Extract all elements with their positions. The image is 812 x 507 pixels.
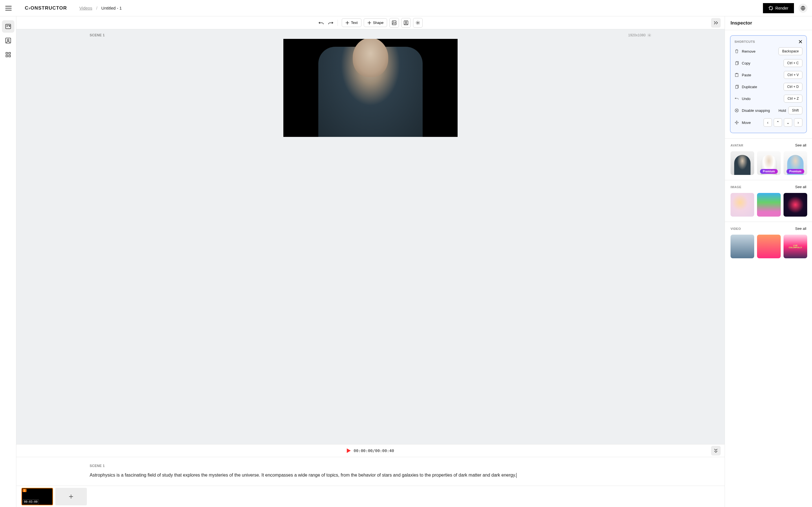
divider xyxy=(338,20,338,26)
video-thumb-text: LIVE COLORFULLY xyxy=(789,244,802,248)
image-icon xyxy=(392,20,396,25)
shape-label: Shape xyxy=(373,20,384,25)
image-see-all[interactable]: See all xyxy=(795,185,806,189)
video-thumb-2[interactable] xyxy=(757,235,781,258)
script-textarea[interactable]: Astrophysics is a fascinating field of s… xyxy=(90,472,651,479)
video-thumb-1[interactable] xyxy=(730,235,754,258)
breadcrumb-parent[interactable]: Videos xyxy=(80,6,93,10)
globe-icon xyxy=(801,6,805,10)
play-button[interactable] xyxy=(347,448,351,453)
text-label: Text xyxy=(351,20,358,25)
copy-icon xyxy=(734,61,739,65)
snap-icon xyxy=(734,108,739,113)
arrow-right-key[interactable]: › xyxy=(794,118,802,127)
avatar-section-title: AVATAR xyxy=(730,144,744,147)
shortcut-snap-label: Disable snapping xyxy=(742,108,770,113)
gear-icon[interactable] xyxy=(647,33,651,37)
svg-point-3 xyxy=(7,39,9,41)
image-section-title: IMAGE xyxy=(730,185,742,189)
premium-badge: Premium xyxy=(760,169,778,174)
shortcut-undo-label: Undo xyxy=(742,97,751,101)
sidebar-scenes[interactable] xyxy=(2,20,14,33)
svg-rect-4 xyxy=(6,52,8,54)
sidebar-templates[interactable] xyxy=(2,48,14,61)
shortcuts-title: SHORTCUTS xyxy=(734,40,755,43)
play-icon xyxy=(347,448,351,453)
undo-small-icon xyxy=(734,96,739,101)
avatar-thumb-3[interactable]: Premium xyxy=(783,151,807,175)
image-thumb-1[interactable] xyxy=(730,193,754,217)
plus-icon xyxy=(367,21,371,25)
undo-icon xyxy=(319,21,324,24)
shortcut-copy-label: Copy xyxy=(742,61,750,65)
svg-rect-17 xyxy=(735,86,738,89)
render-button[interactable]: Render xyxy=(763,3,794,13)
collapse-inspector[interactable] xyxy=(711,18,721,27)
svg-point-9 xyxy=(393,21,394,22)
render-icon xyxy=(769,6,773,10)
chevrons-right-icon xyxy=(714,21,718,25)
shortcut-move-label: Move xyxy=(742,121,751,125)
video-canvas[interactable] xyxy=(283,39,458,137)
arrow-down-key[interactable]: ⌄ xyxy=(784,118,792,127)
svg-rect-15 xyxy=(735,73,738,76)
shortcuts-panel: SHORTCUTS Remove Backspace Copy Ctrl + C xyxy=(730,35,807,133)
clip-time: 00:03:00 xyxy=(22,499,39,504)
breadcrumb-current: Untitled - 1 xyxy=(101,6,122,10)
avatar-insert-icon xyxy=(404,20,408,25)
shortcut-copy-key: Ctrl + C xyxy=(783,59,802,67)
close-shortcuts[interactable] xyxy=(799,40,802,44)
language-button[interactable] xyxy=(799,4,808,13)
image-thumb-2[interactable] xyxy=(757,193,781,217)
breadcrumb-sep: / xyxy=(96,6,97,10)
video-thumb-3[interactable]: LIVE COLORFULLY xyxy=(783,235,807,258)
breadcrumb: Videos / Untitled - 1 xyxy=(80,6,122,10)
image-thumb-3[interactable] xyxy=(783,193,807,217)
shortcut-duplicate-label: Duplicate xyxy=(742,85,757,89)
text-button[interactable]: Text xyxy=(342,18,361,27)
trash-icon xyxy=(734,49,739,54)
render-label: Render xyxy=(775,6,788,10)
collapse-player[interactable] xyxy=(711,446,721,455)
svg-point-11 xyxy=(405,22,407,23)
svg-rect-7 xyxy=(9,55,10,57)
svg-point-12 xyxy=(417,22,419,23)
shortcut-remove-label: Remove xyxy=(742,49,755,54)
video-section-title: VIDEO xyxy=(730,227,741,230)
grid-icon xyxy=(6,52,11,57)
redo-button[interactable] xyxy=(328,20,334,25)
sidebar-avatar[interactable] xyxy=(2,34,14,47)
paste-icon xyxy=(734,73,739,77)
shortcut-remove-key: Backspace xyxy=(778,47,802,55)
undo-button[interactable] xyxy=(318,20,324,25)
avatar-thumb-2[interactable]: Premium xyxy=(757,151,781,175)
arrow-left-key[interactable]: ‹ xyxy=(763,118,772,127)
shortcut-duplicate-key: Ctrl + D xyxy=(783,83,802,91)
shortcut-paste-key: Ctrl + V xyxy=(784,71,802,79)
redo-icon xyxy=(328,21,333,24)
move-icon xyxy=(734,120,739,125)
gear-icon xyxy=(416,20,420,25)
svg-rect-6 xyxy=(6,55,8,57)
avatar-figure xyxy=(318,47,423,137)
arrow-up-key[interactable]: ⌃ xyxy=(774,118,782,127)
shortcut-snap-key: Shift xyxy=(788,107,802,114)
script-scene-label: SCENE 1 xyxy=(90,464,651,468)
image-button[interactable] xyxy=(389,18,399,27)
shape-button[interactable]: Shape xyxy=(364,18,388,27)
avatar-see-all[interactable]: See all xyxy=(795,143,806,147)
video-see-all[interactable]: See all xyxy=(795,226,806,231)
avatar-thumb-1[interactable] xyxy=(730,151,754,175)
timeline-clip[interactable]: 1 00:03:00 xyxy=(21,488,53,505)
logo: C›ONSTRUCTOR xyxy=(25,5,67,11)
avatar-head xyxy=(353,39,388,77)
svg-point-13 xyxy=(649,35,650,36)
chevrons-down-icon xyxy=(714,448,718,453)
avatar-icon xyxy=(5,38,11,43)
settings-button[interactable] xyxy=(413,18,423,27)
hold-label: Hold xyxy=(778,108,786,113)
avatar-insert-button[interactable] xyxy=(401,18,411,27)
add-clip-button[interactable] xyxy=(55,488,87,505)
premium-badge: Premium xyxy=(786,169,804,174)
menu-button[interactable] xyxy=(4,4,12,12)
